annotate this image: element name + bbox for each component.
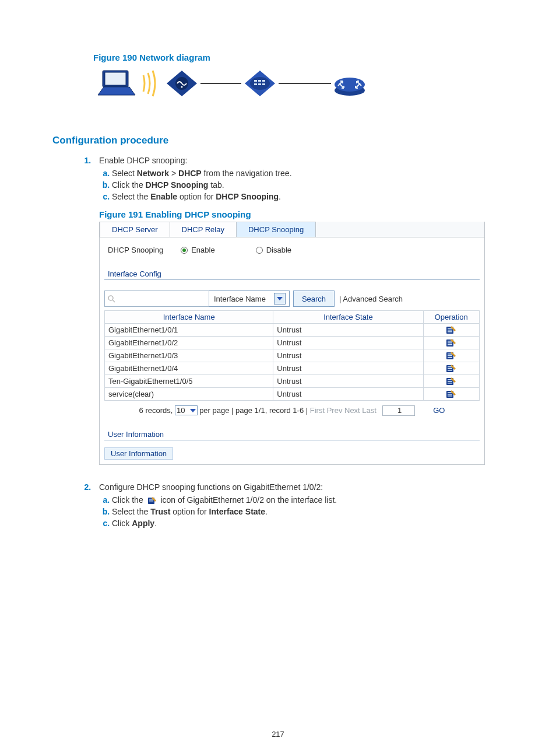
table-row: GigabitEthernet1/0/1Untrust bbox=[105, 324, 480, 337]
table-row: Ten-GigabitEthernet1/0/5Untrust bbox=[105, 375, 480, 388]
user-info-link[interactable]: User Information bbox=[104, 447, 173, 460]
svg-marker-29 bbox=[277, 297, 283, 300]
step-2b: Select the Trust option for Interface St… bbox=[112, 507, 504, 516]
router-icon bbox=[331, 67, 368, 100]
pager: 6 records, 10 per page | page 1/1, recor… bbox=[104, 401, 480, 416]
svg-rect-33 bbox=[448, 331, 452, 332]
step-1c: Select the Enable option for DHCP Snoopi… bbox=[112, 192, 504, 201]
connector-line bbox=[279, 67, 331, 100]
svg-rect-18 bbox=[254, 80, 257, 82]
user-info-header: User Information bbox=[104, 430, 480, 440]
table-row: GigabitEthernet1/0/2Untrust bbox=[105, 337, 480, 349]
svg-rect-23 bbox=[262, 83, 265, 85]
svg-rect-19 bbox=[258, 80, 261, 82]
svg-rect-42 bbox=[448, 355, 452, 356]
svg-point-27 bbox=[108, 296, 113, 300]
th-interface-state: Interface State bbox=[273, 311, 423, 324]
edit-icon[interactable] bbox=[446, 390, 456, 398]
svg-rect-52 bbox=[448, 381, 452, 382]
cell-operation bbox=[423, 388, 479, 401]
go-button[interactable]: GO bbox=[433, 406, 445, 415]
cell-operation bbox=[423, 349, 479, 362]
access-point-icon bbox=[163, 67, 200, 100]
tab-dhcp-relay[interactable]: DHCP Relay bbox=[170, 222, 237, 237]
tab-bar: DHCP Server DHCP Relay DHCP Snooping bbox=[100, 222, 484, 237]
step-1a: Select Network > DHCP from the navigatio… bbox=[112, 169, 504, 178]
cell-operation bbox=[423, 324, 479, 337]
cell-operation bbox=[423, 362, 479, 375]
cell-interface-state: Untrust bbox=[273, 375, 423, 388]
tab-dhcp-server[interactable]: DHCP Server bbox=[100, 222, 170, 237]
laptop-icon bbox=[93, 67, 140, 100]
edit-icon[interactable] bbox=[446, 351, 456, 360]
edit-icon[interactable] bbox=[446, 377, 456, 386]
cell-operation bbox=[423, 375, 479, 388]
cell-interface-name: service(clear) bbox=[105, 388, 273, 401]
search-input[interactable] bbox=[104, 290, 209, 307]
cell-interface-state: Untrust bbox=[273, 324, 423, 337]
connector-line bbox=[200, 67, 241, 100]
page-input[interactable]: 1 bbox=[382, 405, 415, 416]
step-2c: Click Apply. bbox=[112, 519, 504, 528]
step-list: Enable DHCP snooping: Select Network > D… bbox=[93, 156, 504, 528]
per-page-select[interactable]: 10 bbox=[175, 405, 197, 415]
edit-icon bbox=[147, 496, 157, 505]
cell-interface-state: Untrust bbox=[273, 388, 423, 401]
svg-rect-48 bbox=[448, 370, 452, 371]
svg-rect-53 bbox=[448, 383, 452, 384]
svg-rect-58 bbox=[448, 396, 452, 397]
svg-rect-57 bbox=[448, 394, 452, 395]
radio-dot-icon bbox=[256, 247, 263, 254]
cell-operation bbox=[423, 337, 479, 349]
tab-dhcp-snooping[interactable]: DHCP Snooping bbox=[237, 222, 316, 237]
svg-point-14 bbox=[181, 86, 183, 88]
figure-190-caption: Figure 190 Network diagram bbox=[93, 52, 504, 62]
search-icon bbox=[107, 295, 115, 303]
pager-nav[interactable]: First Prev Next Last bbox=[310, 406, 376, 415]
search-button[interactable]: Search bbox=[293, 290, 335, 307]
edit-icon[interactable] bbox=[446, 326, 456, 334]
svg-rect-43 bbox=[448, 357, 452, 358]
chevron-down-icon bbox=[190, 409, 196, 412]
svg-rect-37 bbox=[448, 342, 452, 344]
page-number: 217 bbox=[0, 730, 556, 738]
search-field-select[interactable]: Interface Name bbox=[209, 290, 290, 307]
step-2-substeps: Click the icon of GigabitEthernet 1/0/2 … bbox=[99, 495, 504, 528]
svg-line-28 bbox=[112, 300, 115, 302]
th-interface-name: Interface Name bbox=[105, 311, 273, 324]
cell-interface-state: Untrust bbox=[273, 337, 423, 349]
step-2: Configure DHCP snooping functions on Gig… bbox=[93, 482, 504, 528]
svg-rect-21 bbox=[254, 83, 257, 85]
svg-marker-60 bbox=[190, 409, 196, 412]
cell-interface-name: Ten-GigabitEthernet1/0/5 bbox=[105, 375, 273, 388]
snooping-label: DHCP Snooping bbox=[108, 246, 163, 254]
radio-disable[interactable]: Disable bbox=[256, 246, 291, 254]
step-1-substeps: Select Network > DHCP from the navigatio… bbox=[99, 169, 504, 201]
svg-rect-47 bbox=[448, 368, 452, 369]
step-2-text: Configure DHCP snooping functions on Gig… bbox=[99, 482, 504, 492]
table-row: service(clear)Untrust bbox=[105, 388, 480, 401]
cell-interface-name: GigabitEthernet1/0/1 bbox=[105, 324, 273, 337]
step-2a: Click the icon of GigabitEthernet 1/0/2 … bbox=[112, 495, 504, 505]
figure-191-caption: Figure 191 Enabling DHCP snooping bbox=[99, 209, 504, 219]
gui-panel: DHCP Server DHCP Relay DHCP Snooping DHC… bbox=[99, 222, 485, 465]
edit-icon[interactable] bbox=[446, 364, 456, 373]
table-row: GigabitEthernet1/0/3Untrust bbox=[105, 349, 480, 362]
radio-enable[interactable]: Enable bbox=[181, 246, 214, 254]
cell-interface-name: GigabitEthernet1/0/3 bbox=[105, 349, 273, 362]
network-diagram bbox=[93, 67, 504, 100]
svg-rect-1 bbox=[105, 72, 126, 85]
svg-rect-38 bbox=[448, 344, 452, 345]
interface-table: Interface Name Interface State Operation… bbox=[104, 310, 480, 401]
table-row: GigabitEthernet1/0/4Untrust bbox=[105, 362, 480, 375]
cell-interface-state: Untrust bbox=[273, 349, 423, 362]
svg-rect-20 bbox=[262, 80, 265, 82]
step-1b: Click the DHCP Snooping tab. bbox=[112, 180, 504, 190]
edit-icon[interactable] bbox=[446, 338, 456, 347]
cell-interface-name: GigabitEthernet1/0/2 bbox=[105, 337, 273, 349]
radio-dot-checked-icon bbox=[181, 247, 188, 254]
advanced-search-link[interactable]: | Advanced Search bbox=[339, 290, 403, 307]
cell-interface-name: GigabitEthernet1/0/4 bbox=[105, 362, 273, 375]
cell-interface-state: Untrust bbox=[273, 362, 423, 375]
svg-rect-63 bbox=[149, 501, 153, 502]
